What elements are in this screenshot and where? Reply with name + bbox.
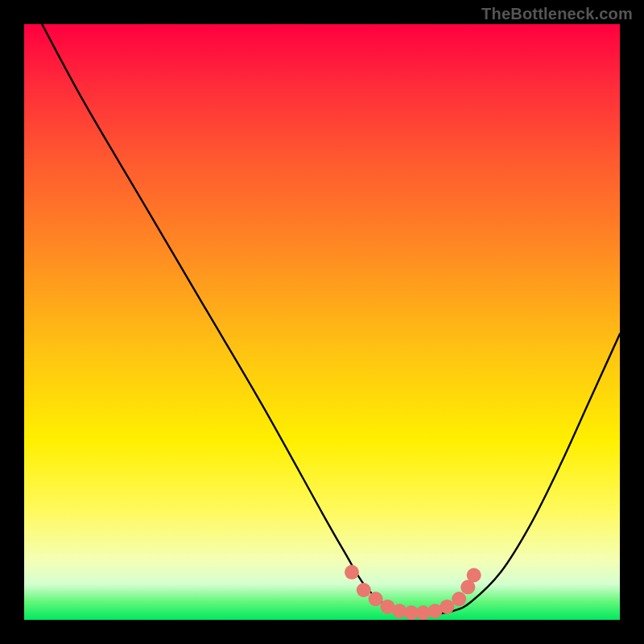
marker-dot: [357, 583, 371, 597]
marker-dot: [467, 568, 481, 583]
plot-area: [24, 24, 620, 620]
curve-layer: [24, 24, 620, 620]
marker-dot: [369, 592, 383, 606]
marker-dot: [345, 565, 359, 580]
marker-dot: [452, 592, 466, 606]
chart-stage: TheBottleneck.com: [0, 0, 644, 644]
watermark-text: TheBottleneck.com: [481, 5, 633, 23]
highlight-markers: [345, 565, 481, 620]
bottleneck-curve: [42, 24, 620, 614]
marker-dot: [440, 600, 454, 614]
